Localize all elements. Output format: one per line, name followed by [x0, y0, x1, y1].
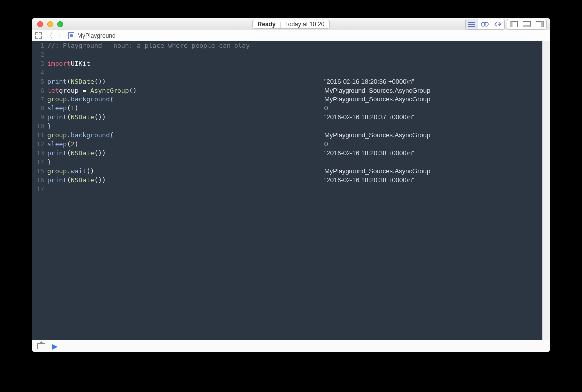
- line-number: 17: [32, 185, 44, 194]
- right-panel-toggle-icon[interactable]: [533, 19, 546, 29]
- result-line: MyPlayground_Sources.AsyncGroup: [324, 95, 542, 104]
- svg-rect-8: [523, 25, 530, 27]
- code-line[interactable]: [47, 185, 320, 194]
- line-number: 13: [32, 149, 44, 158]
- result-line: "2016-02-16 18:20:38 +0000\n": [324, 149, 542, 158]
- code-line[interactable]: sleep(2): [47, 140, 320, 149]
- result-line: "2016-02-16 18:20:38 +0000\n": [324, 176, 542, 185]
- code-line[interactable]: print(NSDate()): [47, 113, 320, 122]
- source-editor[interactable]: //: Playground - noun: a place where peo…: [47, 41, 320, 340]
- svg-rect-2: [468, 26, 475, 27]
- execute-playground-icon[interactable]: ▶: [52, 342, 58, 350]
- left-panel-toggle-icon[interactable]: [507, 19, 520, 29]
- line-number: 16: [32, 176, 44, 185]
- line-number: 5: [32, 77, 44, 86]
- line-number: 4: [32, 68, 44, 77]
- code-line[interactable]: group.wait(): [47, 167, 320, 176]
- result-line: MyPlayground_Sources.AsyncGroup: [324, 131, 542, 140]
- line-number: 8: [32, 104, 44, 113]
- svg-point-4: [484, 22, 488, 26]
- close-icon[interactable]: [37, 21, 43, 27]
- code-line[interactable]: group.background {: [47, 95, 320, 104]
- status-time: Today at 10:20: [285, 21, 325, 28]
- svg-rect-0: [468, 22, 475, 23]
- panel-toggle-segment: [507, 19, 547, 30]
- standard-editor-icon[interactable]: [466, 19, 478, 29]
- activity-viewer: Ready | Today at 10:20: [252, 20, 330, 29]
- result-line: "2016-02-16 18:20:37 +0000\n": [324, 113, 542, 122]
- nav-back-icon[interactable]: 〈: [45, 31, 54, 40]
- line-gutter: 1234567891011121314151617: [32, 41, 47, 340]
- line-number: 15: [32, 167, 44, 176]
- result-line: [324, 50, 542, 59]
- result-line: MyPlayground_Sources.AsyncGroup: [324, 86, 542, 95]
- minimize-icon[interactable]: [47, 21, 53, 27]
- results-sidebar: "2016-02-16 18:20:36 +0000\n"MyPlaygroun…: [320, 41, 542, 340]
- code-line[interactable]: }: [47, 158, 320, 167]
- playground-file-icon: [68, 32, 74, 39]
- result-line: [324, 185, 542, 194]
- svg-rect-6: [510, 21, 512, 27]
- assistant-editor-icon[interactable]: [478, 19, 491, 29]
- zoom-icon[interactable]: [57, 21, 63, 27]
- line-number: 14: [32, 158, 44, 167]
- line-number: 9: [32, 113, 44, 122]
- version-editor-icon[interactable]: [491, 19, 504, 29]
- xcode-window: Ready | Today at 10:20: [32, 18, 550, 352]
- result-line: [324, 158, 542, 167]
- line-number: 3: [32, 59, 44, 68]
- editor-area: 1234567891011121314151617 //: Playground…: [32, 41, 550, 340]
- line-number: 2: [32, 50, 44, 59]
- line-number: 12: [32, 140, 44, 149]
- code-line[interactable]: group.background {: [47, 131, 320, 140]
- code-line[interactable]: sleep(1): [47, 104, 320, 113]
- line-number: 1: [32, 41, 44, 50]
- result-line: [324, 59, 542, 68]
- jump-bar: 〈 〉 MyPlayground: [32, 30, 550, 41]
- breadcrumb-doc[interactable]: MyPlayground: [77, 32, 116, 39]
- code-line[interactable]: }: [47, 122, 320, 131]
- line-number: 10: [32, 122, 44, 131]
- code-line[interactable]: let group = AsyncGroup(): [47, 86, 320, 95]
- result-line: 0: [324, 104, 542, 113]
- result-line: "2016-02-16 18:20:36 +0000\n": [324, 77, 542, 86]
- traffic-lights: [32, 21, 63, 27]
- code-line[interactable]: print(NSDate()): [47, 176, 320, 185]
- editor-mode-segment: [465, 19, 505, 30]
- code-line[interactable]: //: Playground - noun: a place where peo…: [47, 41, 320, 50]
- result-line: [324, 41, 542, 50]
- bottom-panel-toggle-icon[interactable]: [520, 19, 533, 29]
- debug-bar: ▶: [32, 340, 550, 352]
- svg-rect-1: [468, 24, 475, 25]
- result-line: [324, 122, 542, 131]
- code-line[interactable]: print(NSDate()): [47, 77, 320, 86]
- line-number: 11: [32, 131, 44, 140]
- code-line[interactable]: print(NSDate()): [47, 149, 320, 158]
- nav-forward-icon[interactable]: 〉: [57, 31, 65, 40]
- result-line: 0: [324, 140, 542, 149]
- result-line: [324, 68, 542, 77]
- line-number: 6: [32, 86, 44, 95]
- line-number: 7: [32, 95, 44, 104]
- debug-area-toggle-icon[interactable]: [37, 343, 45, 349]
- code-line[interactable]: [47, 50, 320, 59]
- related-items-icon[interactable]: [35, 32, 42, 39]
- code-line[interactable]: [47, 68, 320, 77]
- code-line[interactable]: import UIKit: [47, 59, 320, 68]
- status-label: Ready: [258, 21, 276, 28]
- titlebar: Ready | Today at 10:20: [32, 18, 550, 30]
- vertical-scrollbar[interactable]: [542, 41, 550, 340]
- toolbar-right: [465, 19, 547, 30]
- svg-rect-10: [541, 21, 544, 27]
- result-line: MyPlayground_Sources.AsyncGroup: [324, 167, 542, 176]
